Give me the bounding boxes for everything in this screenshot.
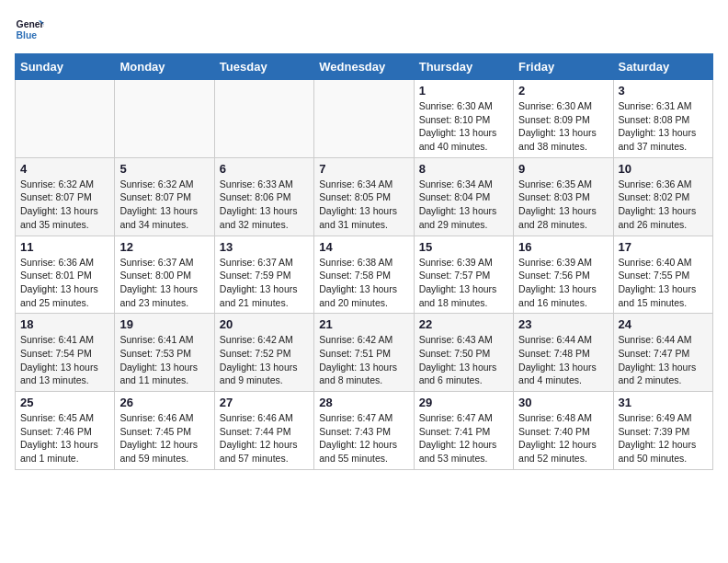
logo-icon: General Blue — [15, 15, 44, 44]
day-number: 7 — [319, 162, 408, 176]
calendar-week-4: 18Sunrise: 6:41 AM Sunset: 7:54 PM Dayli… — [16, 314, 713, 392]
calendar-cell: 21Sunrise: 6:42 AM Sunset: 7:51 PM Dayli… — [314, 314, 414, 392]
day-info: Sunrise: 6:35 AM Sunset: 8:03 PM Dayligh… — [518, 178, 608, 232]
day-number: 29 — [419, 396, 508, 409]
day-info: Sunrise: 6:46 AM Sunset: 7:45 PM Dayligh… — [119, 411, 209, 465]
day-info: Sunrise: 6:43 AM Sunset: 7:50 PM Dayligh… — [419, 333, 508, 387]
day-info: Sunrise: 6:46 AM Sunset: 7:44 PM Dayligh… — [220, 411, 309, 465]
day-info: Sunrise: 6:49 AM Sunset: 7:39 PM Dayligh… — [619, 411, 708, 465]
day-number: 19 — [119, 317, 209, 331]
weekday-header-wednesday: Wednesday — [314, 54, 414, 80]
day-info: Sunrise: 6:42 AM Sunset: 7:52 PM Dayligh… — [220, 333, 309, 387]
calendar-cell — [115, 80, 214, 158]
calendar-week-1: 1Sunrise: 6:30 AM Sunset: 8:10 PM Daylig… — [16, 80, 713, 158]
day-number: 16 — [518, 240, 608, 254]
calendar-table: SundayMondayTuesdayWednesdayThursdayFrid… — [15, 53, 713, 470]
calendar-cell: 15Sunrise: 6:39 AM Sunset: 7:57 PM Dayli… — [414, 236, 513, 314]
day-number: 9 — [518, 162, 608, 176]
day-info: Sunrise: 6:41 AM Sunset: 7:53 PM Dayligh… — [119, 333, 209, 387]
weekday-header-thursday: Thursday — [414, 54, 513, 80]
day-number: 30 — [518, 396, 608, 409]
calendar-week-3: 11Sunrise: 6:36 AM Sunset: 8:01 PM Dayli… — [16, 236, 713, 314]
calendar-cell: 13Sunrise: 6:37 AM Sunset: 7:59 PM Dayli… — [214, 236, 313, 314]
day-number: 26 — [119, 396, 209, 409]
calendar-cell: 1Sunrise: 6:30 AM Sunset: 8:10 PM Daylig… — [414, 80, 513, 158]
day-info: Sunrise: 6:30 AM Sunset: 8:09 PM Dayligh… — [518, 99, 608, 154]
day-number: 20 — [220, 317, 309, 331]
day-info: Sunrise: 6:32 AM Sunset: 8:07 PM Dayligh… — [119, 178, 209, 232]
day-number: 5 — [119, 162, 209, 176]
calendar-cell: 5Sunrise: 6:32 AM Sunset: 8:07 PM Daylig… — [115, 157, 214, 236]
calendar-cell: 18Sunrise: 6:41 AM Sunset: 7:54 PM Dayli… — [16, 314, 115, 392]
page-header: General Blue — [15, 15, 713, 44]
day-number: 14 — [319, 240, 408, 254]
day-info: Sunrise: 6:33 AM Sunset: 8:06 PM Dayligh… — [220, 178, 309, 232]
calendar-cell: 2Sunrise: 6:30 AM Sunset: 8:09 PM Daylig… — [514, 80, 613, 158]
day-info: Sunrise: 6:40 AM Sunset: 7:55 PM Dayligh… — [619, 256, 708, 310]
day-info: Sunrise: 6:44 AM Sunset: 7:48 PM Dayligh… — [518, 333, 608, 387]
day-info: Sunrise: 6:34 AM Sunset: 8:05 PM Dayligh… — [319, 178, 408, 232]
calendar-cell: 16Sunrise: 6:39 AM Sunset: 7:56 PM Dayli… — [514, 236, 613, 314]
day-info: Sunrise: 6:44 AM Sunset: 7:47 PM Dayligh… — [619, 333, 708, 387]
calendar-cell: 27Sunrise: 6:46 AM Sunset: 7:44 PM Dayli… — [214, 392, 313, 470]
calendar-week-2: 4Sunrise: 6:32 AM Sunset: 8:07 PM Daylig… — [16, 157, 713, 236]
day-info: Sunrise: 6:34 AM Sunset: 8:04 PM Dayligh… — [419, 178, 508, 232]
calendar-cell: 28Sunrise: 6:47 AM Sunset: 7:43 PM Dayli… — [314, 392, 414, 470]
calendar-cell — [214, 80, 313, 158]
svg-text:Blue: Blue — [17, 30, 38, 40]
day-number: 17 — [619, 240, 708, 254]
calendar-cell: 8Sunrise: 6:34 AM Sunset: 8:04 PM Daylig… — [414, 157, 513, 236]
calendar-cell: 10Sunrise: 6:36 AM Sunset: 8:02 PM Dayli… — [613, 157, 712, 236]
day-info: Sunrise: 6:41 AM Sunset: 7:54 PM Dayligh… — [20, 333, 109, 387]
day-number: 23 — [518, 317, 608, 331]
calendar-cell: 12Sunrise: 6:37 AM Sunset: 8:00 PM Dayli… — [115, 236, 214, 314]
day-number: 28 — [319, 396, 408, 409]
day-info: Sunrise: 6:45 AM Sunset: 7:46 PM Dayligh… — [20, 411, 109, 465]
weekday-header-friday: Friday — [514, 54, 613, 80]
logo: General Blue — [15, 15, 44, 44]
day-info: Sunrise: 6:37 AM Sunset: 8:00 PM Dayligh… — [119, 256, 209, 310]
day-info: Sunrise: 6:39 AM Sunset: 7:56 PM Dayligh… — [518, 256, 608, 310]
day-number: 24 — [619, 317, 708, 331]
day-info: Sunrise: 6:47 AM Sunset: 7:41 PM Dayligh… — [419, 411, 508, 465]
day-number: 8 — [419, 162, 508, 176]
day-number: 10 — [619, 162, 708, 176]
day-info: Sunrise: 6:42 AM Sunset: 7:51 PM Dayligh… — [319, 333, 408, 387]
day-info: Sunrise: 6:31 AM Sunset: 8:08 PM Dayligh… — [619, 99, 708, 154]
calendar-cell: 25Sunrise: 6:45 AM Sunset: 7:46 PM Dayli… — [16, 392, 115, 470]
day-info: Sunrise: 6:32 AM Sunset: 8:07 PM Dayligh… — [20, 178, 109, 232]
calendar-cell: 31Sunrise: 6:49 AM Sunset: 7:39 PM Dayli… — [613, 392, 712, 470]
day-number: 22 — [419, 317, 508, 331]
calendar-cell: 22Sunrise: 6:43 AM Sunset: 7:50 PM Dayli… — [414, 314, 513, 392]
calendar-cell: 3Sunrise: 6:31 AM Sunset: 8:08 PM Daylig… — [613, 80, 712, 158]
day-number: 12 — [119, 240, 209, 254]
day-info: Sunrise: 6:36 AM Sunset: 8:01 PM Dayligh… — [20, 256, 109, 310]
calendar-body: 1Sunrise: 6:30 AM Sunset: 8:10 PM Daylig… — [16, 80, 713, 470]
calendar-cell: 17Sunrise: 6:40 AM Sunset: 7:55 PM Dayli… — [613, 236, 712, 314]
calendar-cell — [16, 80, 115, 158]
day-number: 15 — [419, 240, 508, 254]
day-info: Sunrise: 6:30 AM Sunset: 8:10 PM Dayligh… — [419, 99, 508, 154]
day-info: Sunrise: 6:39 AM Sunset: 7:57 PM Dayligh… — [419, 256, 508, 310]
day-number: 27 — [220, 396, 309, 409]
weekday-header-row: SundayMondayTuesdayWednesdayThursdayFrid… — [16, 54, 713, 80]
day-number: 11 — [20, 240, 109, 254]
day-info: Sunrise: 6:47 AM Sunset: 7:43 PM Dayligh… — [319, 411, 408, 465]
day-info: Sunrise: 6:48 AM Sunset: 7:40 PM Dayligh… — [518, 411, 608, 465]
calendar-week-5: 25Sunrise: 6:45 AM Sunset: 7:46 PM Dayli… — [16, 392, 713, 470]
calendar-cell: 6Sunrise: 6:33 AM Sunset: 8:06 PM Daylig… — [214, 157, 313, 236]
day-number: 1 — [419, 84, 508, 98]
day-number: 13 — [220, 240, 309, 254]
day-number: 18 — [20, 317, 109, 331]
calendar-cell: 7Sunrise: 6:34 AM Sunset: 8:05 PM Daylig… — [314, 157, 414, 236]
day-number: 6 — [220, 162, 309, 176]
calendar-cell: 11Sunrise: 6:36 AM Sunset: 8:01 PM Dayli… — [16, 236, 115, 314]
weekday-header-tuesday: Tuesday — [214, 54, 313, 80]
calendar-cell — [314, 80, 414, 158]
calendar-cell: 20Sunrise: 6:42 AM Sunset: 7:52 PM Dayli… — [214, 314, 313, 392]
calendar-cell: 14Sunrise: 6:38 AM Sunset: 7:58 PM Dayli… — [314, 236, 414, 314]
day-number: 3 — [619, 84, 708, 98]
calendar-cell: 29Sunrise: 6:47 AM Sunset: 7:41 PM Dayli… — [414, 392, 513, 470]
calendar-cell: 23Sunrise: 6:44 AM Sunset: 7:48 PM Dayli… — [514, 314, 613, 392]
day-number: 4 — [20, 162, 109, 176]
